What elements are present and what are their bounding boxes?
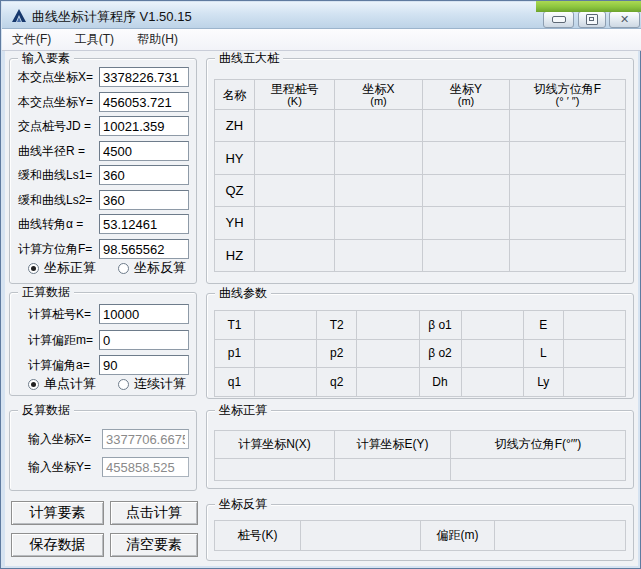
cell-hy-x (334, 141, 422, 173)
ls1-input[interactable] (99, 165, 189, 185)
field-label-ls1: 缓和曲线Ls1= (18, 165, 92, 185)
label-rev-offset: 偏距(m) (420, 520, 494, 550)
coord-forward-result-group: 坐标正算 计算坐标N(X) 计算坐标E(Y) 切线方位角F(°′″) (206, 410, 634, 489)
radio-coord-forward[interactable]: 坐标正算 (28, 261, 96, 275)
param-label-beta2: β o2 (419, 339, 461, 368)
param-label-t2: T2 (316, 310, 356, 339)
cell-qz-x (334, 174, 422, 206)
window-title: 曲线坐标计算程序 V1.50.15 (32, 8, 192, 26)
cell-yh-chainage (254, 206, 334, 238)
calc-offset-input[interactable] (99, 330, 189, 350)
jd-y-input[interactable] (99, 92, 189, 112)
input-elements-group: 输入要素 本交点坐标X= 本交点坐标Y= 交点桩号JD = 曲线半径R = 缓和… (9, 58, 197, 284)
param-label-ly: Ly (523, 367, 563, 396)
click-calc-button[interactable]: 点击计算 (110, 501, 198, 525)
calc-angle-input[interactable] (99, 355, 189, 375)
ls2-input[interactable] (99, 190, 189, 210)
cell-hy-chainage (254, 141, 334, 173)
field-label-jd-y: 本交点坐标Y= (18, 92, 93, 112)
field-label-rev-x: 输入坐标X= (28, 429, 91, 449)
rev-y-input[interactable] (102, 457, 189, 477)
param-value-dh (461, 367, 523, 396)
coord-forward-table: 计算坐标N(X) 计算坐标E(Y) 切线方位角F(°′″) (214, 430, 626, 481)
radio-dot-icon (28, 263, 39, 274)
radio-continuous-label: 连续计算 (134, 375, 186, 393)
cell-yh-x (334, 206, 422, 238)
cell-calc-e (334, 458, 450, 480)
radio-coord-reverse[interactable]: 坐标反算 (118, 261, 186, 275)
param-value-t1 (254, 310, 316, 339)
field-label-calc-angle: 计算偏角a= (28, 355, 90, 375)
cell-yh-azimuth (509, 206, 625, 238)
param-label-t1: T1 (214, 310, 254, 339)
field-label-calc-offset: 计算偏距m= (28, 330, 93, 350)
reverse-data-group-title: 反算数据 (18, 403, 74, 418)
minimize-icon (552, 16, 566, 23)
col-header-calc-azimuth: 切线方位角F(°′″) (450, 430, 625, 458)
radius-input[interactable] (99, 141, 189, 161)
radio-single-point-label: 单点计算 (44, 375, 96, 393)
menu-file[interactable]: 文件(F) (2, 29, 61, 50)
maximize-button[interactable] (578, 11, 606, 28)
col-header-y: 坐标Y(m) (422, 79, 509, 109)
param-value-ly (563, 367, 625, 396)
radio-dot-icon (118, 263, 129, 274)
deflection-input[interactable] (99, 214, 189, 234)
app-window: 曲线坐标计算程序 V1.50.15 ✕ 文件(F) 工具(T) 帮助(H) 输入… (0, 0, 641, 569)
app-logo-icon (11, 8, 27, 24)
coord-reverse-result-group: 坐标反算 桩号(K) 偏距(m) (206, 504, 634, 561)
close-icon: ✕ (620, 14, 629, 25)
cell-rev-chainage (300, 520, 420, 550)
rev-x-input[interactable] (102, 429, 189, 449)
param-label-q1: q1 (214, 367, 254, 396)
cell-zh-chainage (254, 109, 334, 141)
row-label-zh: ZH (214, 109, 254, 141)
cell-hz-x (334, 239, 422, 271)
radio-continuous[interactable]: 连续计算 (118, 377, 186, 391)
field-label-ls2: 缓和曲线Ls2= (18, 190, 92, 210)
col-header-name: 名称 (214, 79, 254, 109)
jd-x-input[interactable] (99, 67, 189, 87)
menu-tools[interactable]: 工具(T) (65, 29, 124, 50)
col-header-azimuth: 切线方位角F(° ′ ″) (509, 79, 625, 109)
row-label-hy: HY (214, 141, 254, 173)
menu-help[interactable]: 帮助(H) (127, 29, 188, 50)
row-label-hz: HZ (214, 239, 254, 271)
param-value-q1 (254, 367, 316, 396)
curve-params-table: T1 T2 β o1 E p1 p2 β o2 L q1 q2 Dh Ly (214, 310, 626, 397)
close-button[interactable]: ✕ (609, 11, 640, 28)
cell-hy-azimuth (509, 141, 625, 173)
label-rev-chainage: 桩号(K) (214, 520, 300, 550)
minimize-button[interactable] (543, 11, 574, 28)
param-value-q2 (356, 367, 418, 396)
field-label-jd-chainage: 交点桩号JD = (18, 116, 91, 136)
param-label-p2: p2 (316, 339, 356, 368)
cell-hz-azimuth (509, 239, 625, 271)
forward-data-group: 正算数据 计算桩号K= 计算偏距m= 计算偏角a= 单点计算 连续计算 (9, 292, 197, 396)
five-main-piles-group: 曲线五大桩 名称 里程桩号(K) 坐标X(m) 坐标Y(m) 切线方位角F(° … (206, 58, 634, 284)
cell-qz-y (422, 174, 509, 206)
row-label-qz: QZ (214, 174, 254, 206)
param-value-beta1 (461, 310, 523, 339)
clear-elements-button[interactable]: 清空要素 (110, 533, 198, 557)
row-label-yh: YH (214, 206, 254, 238)
param-value-e (563, 310, 625, 339)
param-label-l: L (523, 339, 563, 368)
param-label-dh: Dh (419, 367, 461, 396)
forward-data-group-title: 正算数据 (18, 285, 74, 300)
cell-hz-y (422, 239, 509, 271)
param-value-p2 (356, 339, 418, 368)
azimuth-input[interactable] (99, 239, 189, 259)
param-value-beta2 (461, 339, 523, 368)
param-label-e: E (523, 310, 563, 339)
cell-rev-offset (494, 520, 625, 550)
save-data-button[interactable]: 保存数据 (11, 533, 104, 557)
calc-elements-button[interactable]: 计算要素 (11, 501, 104, 525)
param-label-p1: p1 (214, 339, 254, 368)
calc-chainage-input[interactable] (99, 304, 189, 324)
col-header-calc-n: 计算坐标N(X) (214, 430, 334, 458)
input-elements-group-title: 输入要素 (18, 51, 74, 66)
radio-single-point[interactable]: 单点计算 (28, 377, 96, 391)
jd-chainage-input[interactable] (99, 116, 189, 136)
reverse-data-group: 反算数据 输入坐标X= 输入坐标Y= (9, 410, 197, 491)
